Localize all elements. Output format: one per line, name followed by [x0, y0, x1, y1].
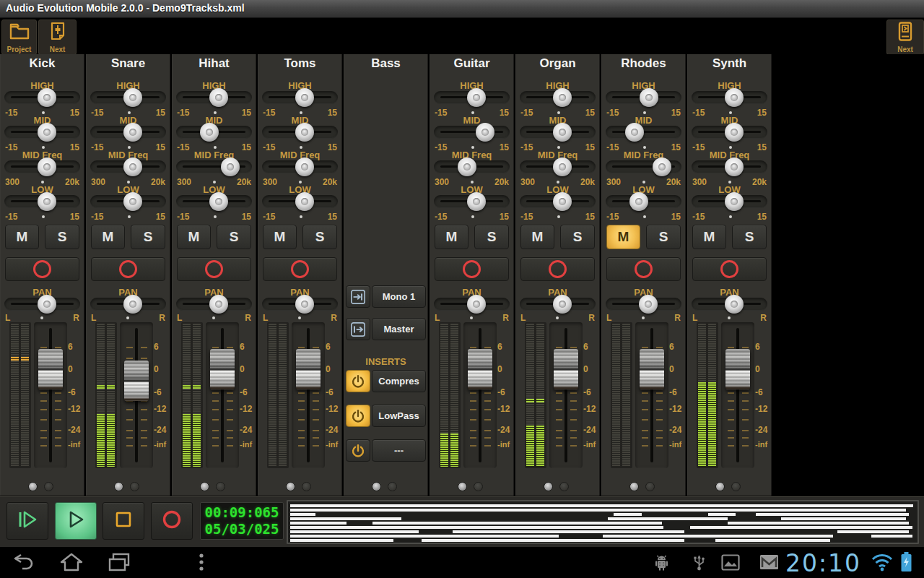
- insert-power-toggle[interactable]: [346, 439, 370, 462]
- mute-button[interactable]: M: [177, 225, 211, 249]
- record-arm-button[interactable]: [606, 257, 681, 281]
- slider-knob[interactable]: [295, 192, 314, 211]
- slider-knob[interactable]: [38, 192, 56, 211]
- slider-knob[interactable]: [553, 88, 572, 107]
- slider-knob[interactable]: [295, 295, 314, 314]
- high-slider[interactable]: [434, 90, 510, 105]
- mid-slider[interactable]: [606, 125, 681, 139]
- slider-knob[interactable]: [38, 123, 56, 142]
- mute-button[interactable]: M: [520, 225, 554, 249]
- high-slider[interactable]: [520, 90, 596, 105]
- solo-button[interactable]: S: [732, 225, 767, 249]
- mute-button[interactable]: M: [692, 225, 726, 249]
- volume-fader-handle[interactable]: [640, 349, 664, 389]
- recents-button[interactable]: [107, 551, 131, 576]
- menu-button[interactable]: [196, 551, 206, 577]
- pan-slider[interactable]: [90, 297, 166, 311]
- project-button[interactable]: Project: [1, 20, 37, 55]
- insert-effect-button[interactable]: ---: [372, 439, 426, 462]
- slider-knob[interactable]: [295, 88, 314, 107]
- high-slider[interactable]: [692, 90, 767, 105]
- insert-power-toggle[interactable]: [346, 370, 370, 392]
- record-arm-button[interactable]: [263, 257, 337, 281]
- slider-knob[interactable]: [123, 123, 142, 142]
- pan-slider[interactable]: [606, 297, 681, 311]
- volume-fader-handle[interactable]: [210, 349, 235, 389]
- volume-fader-handle[interactable]: [296, 349, 321, 389]
- mid-slider[interactable]: [90, 125, 166, 139]
- low-slider[interactable]: [4, 194, 80, 209]
- solo-button[interactable]: S: [217, 225, 251, 249]
- slider-knob[interactable]: [725, 192, 744, 211]
- slider-knob[interactable]: [467, 192, 486, 211]
- slider-knob[interactable]: [38, 88, 56, 107]
- solo-button[interactable]: S: [302, 225, 337, 249]
- record-arm-button[interactable]: [435, 257, 509, 281]
- next-screen-button-left[interactable]: Next: [38, 20, 77, 55]
- slider-knob[interactable]: [209, 192, 228, 211]
- slider-knob[interactable]: [221, 158, 240, 176]
- high-slider[interactable]: [262, 90, 338, 105]
- slider-knob[interactable]: [123, 192, 142, 211]
- midfreq-slider[interactable]: [262, 160, 338, 174]
- midfreq-slider[interactable]: [520, 160, 596, 174]
- slider-knob[interactable]: [467, 88, 486, 107]
- slider-knob[interactable]: [625, 123, 644, 142]
- pan-slider[interactable]: [262, 297, 338, 311]
- slider-knob[interactable]: [123, 295, 142, 314]
- slider-knob[interactable]: [640, 88, 658, 107]
- high-slider[interactable]: [176, 90, 252, 105]
- slider-knob[interactable]: [38, 295, 56, 314]
- mute-button[interactable]: M: [606, 225, 640, 249]
- mid-slider[interactable]: [434, 125, 510, 139]
- slider-knob[interactable]: [639, 295, 658, 314]
- slider-knob[interactable]: [200, 123, 219, 142]
- record-arm-button[interactable]: [177, 257, 251, 281]
- slider-knob[interactable]: [553, 123, 572, 142]
- mute-button[interactable]: M: [435, 225, 468, 249]
- slider-knob[interactable]: [653, 158, 671, 176]
- slider-knob[interactable]: [295, 158, 314, 176]
- solo-button[interactable]: S: [646, 225, 681, 249]
- mute-button[interactable]: M: [263, 225, 297, 249]
- low-slider[interactable]: [520, 194, 596, 209]
- arrangement-overview[interactable]: [287, 500, 919, 544]
- pan-slider[interactable]: [520, 297, 596, 311]
- midfreq-slider[interactable]: [176, 160, 252, 174]
- slider-knob[interactable]: [458, 158, 476, 176]
- slider-knob[interactable]: [38, 158, 56, 176]
- slider-knob[interactable]: [553, 158, 572, 176]
- mute-button[interactable]: M: [91, 225, 125, 249]
- midfreq-slider[interactable]: [434, 160, 510, 174]
- time-display[interactable]: 00:09:065 05/03/025: [200, 502, 284, 540]
- home-button[interactable]: [59, 551, 84, 576]
- low-slider[interactable]: [90, 194, 166, 209]
- mid-slider[interactable]: [262, 125, 338, 139]
- slider-knob[interactable]: [467, 295, 486, 314]
- slider-knob[interactable]: [725, 123, 744, 142]
- midfreq-slider[interactable]: [4, 160, 80, 174]
- record-arm-button[interactable]: [5, 257, 79, 281]
- pan-slider[interactable]: [692, 297, 767, 311]
- slider-knob[interactable]: [123, 158, 142, 176]
- solo-button[interactable]: S: [560, 225, 595, 249]
- solo-button[interactable]: S: [131, 225, 165, 249]
- volume-fader-handle[interactable]: [38, 349, 63, 389]
- play-from-start-button[interactable]: [6, 502, 48, 540]
- record-arm-button[interactable]: [692, 257, 767, 281]
- mid-slider[interactable]: [4, 125, 80, 139]
- slider-knob[interactable]: [209, 88, 228, 107]
- low-slider[interactable]: [434, 194, 510, 209]
- mid-slider[interactable]: [692, 125, 767, 139]
- next-screen-button-right[interactable]: Next: [886, 20, 924, 55]
- midfreq-slider[interactable]: [692, 160, 767, 174]
- high-slider[interactable]: [606, 90, 681, 105]
- slider-knob[interactable]: [209, 295, 228, 314]
- low-slider[interactable]: [176, 194, 252, 209]
- insert-effect-button[interactable]: Compres: [372, 370, 426, 392]
- volume-fader-handle[interactable]: [468, 349, 492, 389]
- record-arm-button[interactable]: [91, 257, 165, 281]
- slider-knob[interactable]: [725, 295, 744, 314]
- solo-button[interactable]: S: [474, 225, 509, 249]
- midfreq-slider[interactable]: [606, 160, 681, 174]
